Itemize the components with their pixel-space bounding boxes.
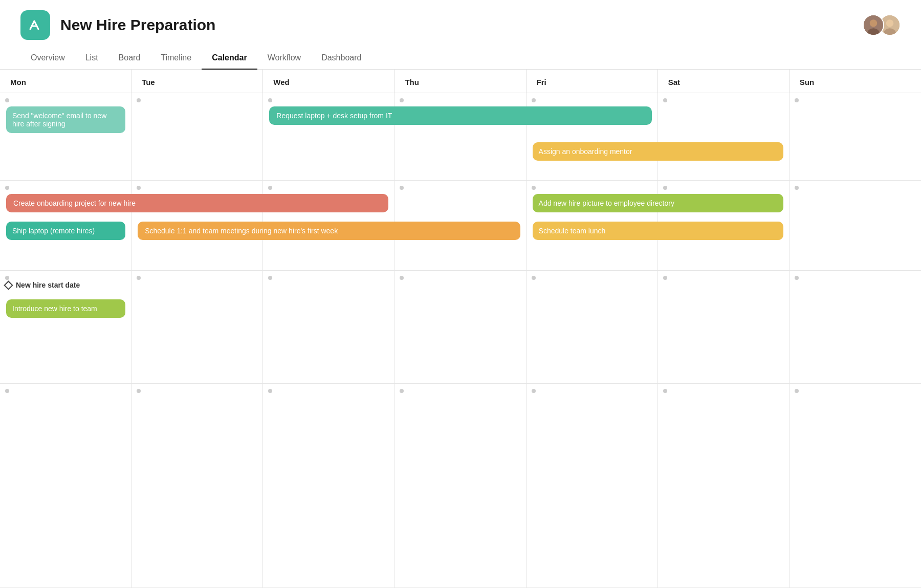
cell-dot: [137, 98, 141, 102]
cell-r4-fri: [527, 384, 658, 587]
cell-dot: [532, 186, 536, 190]
cell-r1-tue: [131, 93, 263, 180]
cell-dot: [5, 186, 9, 190]
tab-workflow[interactable]: Workflow: [257, 49, 312, 70]
tab-timeline[interactable]: Timeline: [150, 49, 202, 70]
svg-point-4: [886, 19, 893, 27]
cell-dot: [268, 389, 272, 393]
cell-r3-thu: [394, 271, 526, 383]
cell-dot: [137, 276, 141, 280]
event-onboarding-mentor[interactable]: Assign an onboarding mentor: [533, 142, 783, 161]
cell-r3-wed: [263, 271, 394, 383]
cell-dot: [400, 98, 404, 102]
cell-dot: [532, 276, 536, 280]
cell-dot: [137, 389, 141, 393]
calendar-row-4: [0, 384, 921, 588]
day-header-fri: Fri: [527, 70, 658, 93]
day-header-tue: Tue: [131, 70, 263, 93]
cell-dot: [5, 98, 9, 102]
app-logo-icon: [27, 17, 43, 33]
tab-list[interactable]: List: [75, 49, 108, 70]
cell-dot: [795, 98, 799, 102]
cell-dot: [795, 186, 799, 190]
cell-r4-mon: [0, 384, 131, 587]
header: New Hire Preparation: [0, 0, 921, 40]
tab-overview[interactable]: Overview: [20, 49, 75, 70]
cell-r4-sun: [790, 384, 921, 587]
day-header-sun: Sun: [790, 70, 921, 93]
cell-dot: [268, 186, 272, 190]
cell-dot: [663, 389, 667, 393]
tab-dashboard[interactable]: Dashboard: [311, 49, 371, 70]
cell-r3-sun: [790, 271, 921, 383]
app-icon: [20, 10, 50, 40]
day-header-wed: Wed: [263, 70, 394, 93]
project-title: New Hire Preparation: [60, 16, 215, 34]
cell-r4-tue: [131, 384, 263, 587]
cell-r3-fri: [527, 271, 658, 383]
avatar-1: [863, 14, 884, 36]
day-header-thu: Thu: [394, 70, 526, 93]
cell-r4-sat: [658, 384, 790, 587]
calendar-row-3: New hire start date Introduce new hire t…: [0, 271, 921, 384]
calendar-row-2: Create onboarding project for new hire S…: [0, 181, 921, 271]
cell-r2-sun: [790, 181, 921, 270]
cell-r3-tue: [131, 271, 263, 383]
day-header-mon: Mon: [0, 70, 131, 93]
cell-dot: [663, 276, 667, 280]
cell-dot: [400, 276, 404, 280]
cell-r3-sat: [658, 271, 790, 383]
event-laptop-setup[interactable]: Request laptop + desk setup from IT: [269, 106, 651, 125]
cell-dot: [795, 276, 799, 280]
calendar: Mon Tue Wed Thu Fri Sat Sun: [0, 70, 921, 588]
cell-r3-mon: [0, 271, 131, 383]
calendar-row-1: Send "welcome" email to new hire after s…: [0, 93, 921, 181]
cell-r1-sun: [790, 93, 921, 180]
tab-calendar[interactable]: Calendar: [202, 49, 257, 70]
cell-dot: [137, 186, 141, 190]
cell-dot: [663, 98, 667, 102]
svg-point-1: [870, 19, 877, 27]
day-header-sat: Sat: [658, 70, 790, 93]
event-introduce-team[interactable]: Introduce new hire to team: [6, 299, 125, 318]
cell-dot: [532, 389, 536, 393]
avatars-group: [863, 14, 901, 36]
cell-dot: [532, 98, 536, 102]
event-ship-laptop[interactable]: Ship laptop (remote hires): [6, 222, 125, 240]
cell-dot: [5, 389, 9, 393]
avatar-image-1: [864, 14, 883, 36]
cell-r4-thu: [394, 384, 526, 587]
calendar-day-headers: Mon Tue Wed Thu Fri Sat Sun: [0, 70, 921, 93]
cell-dot: [5, 276, 9, 280]
cell-dot: [400, 389, 404, 393]
cell-dot: [268, 276, 272, 280]
cell-dot: [663, 186, 667, 190]
nav-tabs: Overview List Board Timeline Calendar Wo…: [0, 44, 921, 70]
event-schedule-meetings[interactable]: Schedule 1:1 and team meetings during ne…: [138, 222, 520, 240]
cell-dot: [400, 186, 404, 190]
event-add-picture[interactable]: Add new hire picture to employee directo…: [533, 194, 783, 212]
event-welcome-email[interactable]: Send "welcome" email to new hire after s…: [6, 106, 125, 133]
app-container: New Hire Preparation Overview List: [0, 0, 921, 588]
event-team-lunch[interactable]: Schedule team lunch: [533, 222, 783, 240]
tab-board[interactable]: Board: [108, 49, 151, 70]
cell-dot: [795, 389, 799, 393]
cell-dot: [268, 98, 272, 102]
cell-r1-sat: [658, 93, 790, 180]
cell-r4-wed: [263, 384, 394, 587]
event-onboarding-project[interactable]: Create onboarding project for new hire: [6, 194, 388, 212]
